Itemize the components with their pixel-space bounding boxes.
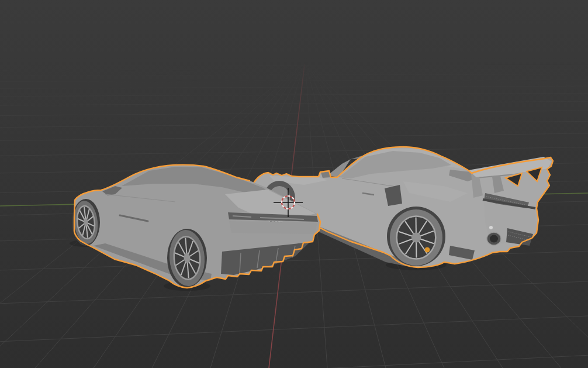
car-right-brake-caliper xyxy=(425,247,430,253)
viewport-3d[interactable] xyxy=(0,0,588,368)
car-right-rear-wheel xyxy=(390,209,442,266)
viewport-canvas[interactable] xyxy=(0,0,588,368)
